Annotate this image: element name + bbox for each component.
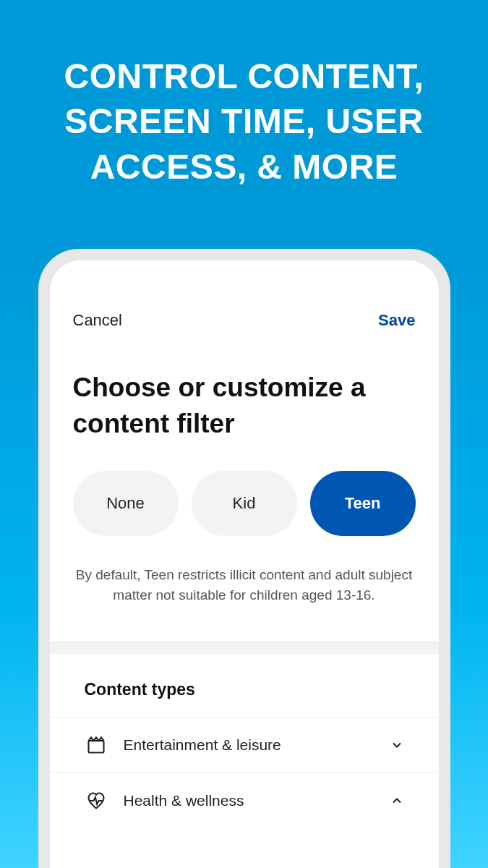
content-type-entertainment[interactable]: Entertainment & leisure xyxy=(50,717,439,773)
filter-row: None Kid Teen xyxy=(50,442,439,536)
phone-screen: Cancel Save Choose or customize a conten… xyxy=(50,260,439,868)
filter-option-none[interactable]: None xyxy=(73,471,179,536)
filter-option-teen[interactable]: Teen xyxy=(310,471,416,536)
screen-header: Cancel Save xyxy=(50,260,439,330)
heartbeat-icon xyxy=(85,789,108,812)
save-button[interactable]: Save xyxy=(378,311,415,330)
svg-rect-0 xyxy=(88,741,103,752)
filter-option-kid[interactable]: Kid xyxy=(192,471,297,536)
clapperboard-icon xyxy=(85,733,108,757)
chevron-down-icon xyxy=(390,738,404,752)
content-type-health[interactable]: Health & wellness xyxy=(50,773,439,828)
content-type-label: Health & wellness xyxy=(124,792,390,809)
filter-description: By default, Teen restricts illicit conte… xyxy=(50,536,439,641)
content-types-heading: Content types xyxy=(50,654,439,717)
section-divider xyxy=(50,641,439,654)
chevron-up-icon xyxy=(390,793,404,808)
promo-heading: CONTROL CONTENT, SCREEN TIME, USER ACCES… xyxy=(0,0,488,190)
cancel-button[interactable]: Cancel xyxy=(73,311,122,330)
phone-frame: Cancel Save Choose or customize a conten… xyxy=(38,249,450,868)
page-title: Choose or customize a content filter xyxy=(50,330,439,442)
content-type-label: Entertainment & leisure xyxy=(124,736,390,754)
